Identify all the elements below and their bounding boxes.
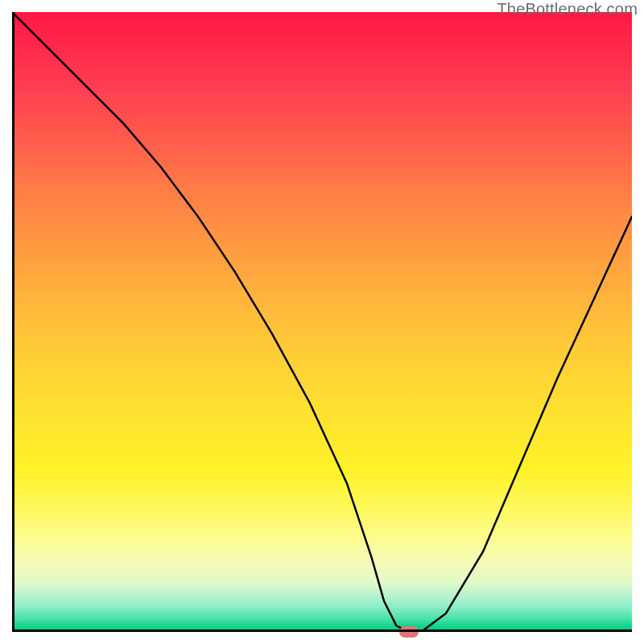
watermark-text: TheBottleneck.com xyxy=(497,0,638,19)
bottleneck-chart: TheBottleneck.com xyxy=(0,0,644,644)
plot-area xyxy=(12,12,632,632)
optimal-point-marker xyxy=(399,626,419,638)
bottleneck-curve xyxy=(12,12,632,632)
curve-svg xyxy=(12,12,632,632)
